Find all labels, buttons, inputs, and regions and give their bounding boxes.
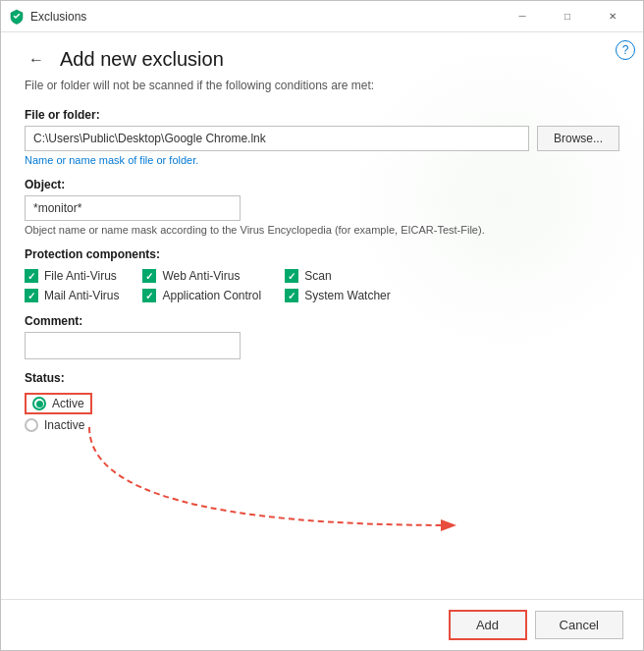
app-icon bbox=[9, 9, 25, 25]
radio-active-label: Active bbox=[52, 397, 84, 410]
add-button[interactable]: Add bbox=[449, 610, 527, 640]
object-hint: Object name or name mask according to th… bbox=[25, 224, 619, 236]
status-section: Status: Active Inactive bbox=[25, 371, 619, 432]
checkbox-app-control[interactable]: Application Control bbox=[142, 289, 261, 302]
checkbox-app-control-label: Application Control bbox=[162, 289, 261, 302]
status-label: Status: bbox=[25, 371, 619, 385]
checkbox-mail-av-icon bbox=[25, 289, 38, 302]
protection-group: Protection components: File Anti-Virus W… bbox=[25, 247, 619, 302]
content-area: ← Add new exclusion File or folder will … bbox=[1, 32, 643, 599]
checkbox-sys-watcher-label: System Watcher bbox=[304, 289, 391, 302]
file-field-row: Browse... bbox=[25, 126, 619, 151]
back-button[interactable]: ← bbox=[25, 49, 48, 71]
file-input[interactable] bbox=[25, 126, 529, 151]
status-active-item[interactable]: Active bbox=[25, 393, 619, 414]
object-field-group: Object: Object name or name mask accordi… bbox=[25, 178, 619, 236]
file-hint: Name or name mask of file or folder. bbox=[25, 154, 619, 166]
radio-active[interactable] bbox=[32, 397, 46, 410]
checkbox-app-control-icon bbox=[142, 289, 156, 302]
footer: Add Cancel bbox=[1, 599, 643, 650]
checkbox-file-av-label: File Anti-Virus bbox=[44, 269, 117, 283]
window-controls: ─ □ ✕ bbox=[500, 1, 635, 32]
help-icon[interactable]: ? bbox=[616, 40, 635, 60]
titlebar: Exclusions ─ □ ✕ bbox=[1, 1, 643, 32]
object-input[interactable] bbox=[25, 195, 241, 221]
checkbox-file-av[interactable]: File Anti-Virus bbox=[25, 269, 119, 283]
cancel-button[interactable]: Cancel bbox=[535, 611, 623, 639]
page-header: ← Add new exclusion bbox=[25, 48, 619, 71]
active-highlight: Active bbox=[25, 393, 92, 414]
checkbox-scan-label: Scan bbox=[304, 269, 331, 283]
window-title: Exclusions bbox=[30, 10, 500, 24]
comment-input[interactable] bbox=[25, 332, 241, 359]
checkbox-sys-watcher-icon bbox=[285, 289, 298, 302]
checkbox-web-av-icon bbox=[142, 269, 156, 283]
checkbox-mail-av-label: Mail Anti-Virus bbox=[44, 289, 119, 302]
protection-label: Protection components: bbox=[25, 247, 619, 261]
checkbox-scan-icon bbox=[285, 269, 298, 283]
file-field-label: File or folder: bbox=[25, 108, 619, 122]
checkbox-web-av-label: Web Anti-Virus bbox=[162, 269, 240, 283]
exclusions-window: Exclusions ─ □ ✕ ? ← Add new exclusion F… bbox=[0, 0, 644, 651]
maximize-button[interactable]: □ bbox=[545, 1, 590, 32]
checkbox-sys-watcher[interactable]: System Watcher bbox=[285, 289, 391, 302]
radio-inactive[interactable] bbox=[25, 418, 38, 432]
checkbox-file-av-icon bbox=[25, 269, 38, 283]
file-field-group: File or folder: Browse... Name or name m… bbox=[25, 108, 619, 166]
browse-button[interactable]: Browse... bbox=[537, 126, 619, 151]
object-field-label: Object: bbox=[25, 178, 619, 191]
protection-checkboxes: File Anti-Virus Web Anti-Virus Scan Mail… bbox=[25, 269, 391, 302]
minimize-button[interactable]: ─ bbox=[500, 1, 545, 32]
description-text: File or folder will not be scanned if th… bbox=[25, 79, 619, 92]
page-title: Add new exclusion bbox=[60, 48, 224, 71]
checkbox-mail-av[interactable]: Mail Anti-Virus bbox=[25, 289, 119, 302]
comment-section: Comment: bbox=[25, 314, 619, 359]
radio-inactive-label: Inactive bbox=[44, 418, 84, 432]
checkbox-scan[interactable]: Scan bbox=[285, 269, 391, 283]
checkbox-web-av[interactable]: Web Anti-Virus bbox=[142, 269, 261, 283]
close-button[interactable]: ✕ bbox=[590, 1, 635, 32]
status-inactive-item[interactable]: Inactive bbox=[25, 418, 619, 432]
comment-label: Comment: bbox=[25, 314, 619, 328]
